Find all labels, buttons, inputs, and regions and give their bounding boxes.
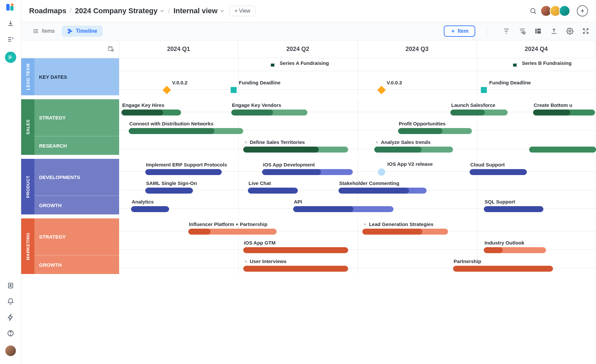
flag-icon[interactable] [269,62,278,72]
bar-label: Connect with Distribution Networks [129,121,213,126]
timeline-bar[interactable] [262,169,353,175]
timeline-bar[interactable] [243,266,348,272]
timeline-bar[interactable] [131,206,169,212]
swimlane-group-tab[interactable]: PRODUCT [21,159,34,214]
swimlane-group-tab[interactable]: LEAD TEAM [21,58,34,95]
milestone-label: V.0.0.2 [172,80,187,85]
timeline-bar[interactable] [231,110,308,115]
help-icon[interactable] [7,330,14,338]
milestone-label: V.0.0.3 [387,80,402,85]
swimlane-content: Engage Key HiresEngage Key VendorsLaunch… [119,99,596,155]
timeline-bar[interactable] [529,147,596,153]
contacts-icon[interactable] [7,282,14,291]
timeline-bar[interactable] [243,247,348,253]
timeline-bar[interactable] [145,188,193,194]
bar-label: Stakeholder Commenting [339,180,399,186]
svg-point-15 [569,30,571,32]
timeline-bar[interactable] [374,147,453,153]
roadmap-nav-icon[interactable] [5,52,16,63]
timeline-bar[interactable] [484,206,543,212]
timeline-bar[interactable] [188,229,277,235]
quarter-header: 2024 Q2 [238,40,357,58]
timeline-bar[interactable] [248,188,298,194]
link-filter-icon[interactable] [519,27,526,35]
bar-label: SQL Support [484,199,515,205]
timeline-bar[interactable] [243,147,348,153]
bar-label: Analyze Sales trends [375,139,431,146]
diamond-milestone[interactable] [162,86,171,94]
search-icon[interactable] [528,6,538,16]
bar-label: Implement ERP Support Protocols [146,162,227,167]
svg-rect-13 [537,29,541,31]
timeline-bar[interactable] [145,169,222,175]
breadcrumb-project[interactable]: 2024 Company Strategy [75,7,165,15]
svg-point-6 [34,31,34,31]
diamond-milestone[interactable] [377,86,386,94]
collaborator-avatars[interactable] [542,5,570,17]
avatar[interactable] [559,5,570,17]
subtask-icon [244,259,249,264]
bar-label: Lead Generation Strategies [363,221,434,228]
swimlane-group-tab[interactable]: MARKETING [21,218,34,274]
timeline-bar[interactable] [293,206,393,212]
swimlane-lead: LEAD TEAMKEY DATESSeries A FundraisingSe… [21,58,596,95]
add-view-button[interactable]: + View [229,6,255,16]
swimlane-lane-label[interactable]: GROWTH [34,255,119,274]
gear-icon[interactable] [566,27,573,35]
swimlane-group-tab[interactable]: SALES [21,99,34,155]
expand-icon[interactable] [582,27,589,35]
timeline-bar[interactable] [450,110,508,115]
swimlane-lane-label[interactable]: DEVELOPMENTS [34,159,119,196]
calendar-settings-icon[interactable] [108,45,114,53]
breadcrumb-root[interactable]: Roadmaps [29,7,66,15]
bar-label: Create Bottom u [534,102,573,108]
timeline-scroll[interactable]: 2024 Q12024 Q22024 Q32024 Q4 LEAD TEAMKE… [21,40,596,364]
svg-rect-12 [535,29,537,34]
svg-point-3 [10,335,11,335]
timeline-icon [67,28,73,34]
swimlane-content: Influencer Platform + PartnershipLead Ge… [119,218,596,274]
swimlane-product: PRODUCTDEVELOPMENTSGROWTHImplement ERP S… [21,159,596,214]
export-icon[interactable] [550,27,558,35]
timeline-bar[interactable] [453,266,553,272]
bar-label: iOS App GTM [244,240,276,246]
timeline-bar[interactable] [533,110,595,115]
swimlane-lane-label[interactable]: KEY DATES [34,58,119,95]
timeline-bar[interactable] [398,128,472,134]
timeline-bar[interactable] [121,110,181,115]
timeline-bar[interactable] [129,128,243,134]
bolt-icon[interactable] [7,314,14,322]
swimlane-lane-label[interactable]: STRATEGY [34,99,119,136]
timeline-bar[interactable] [339,188,427,194]
bar-label: SAML Single Sign-On [146,180,197,186]
add-collaborator-button[interactable] [577,5,588,17]
list-icon [33,28,39,34]
bar-label: Define Sales Territories [244,139,305,146]
download-icon[interactable] [7,20,14,28]
tab-timeline[interactable]: Timeline [62,25,103,37]
flag-icon[interactable] [511,62,520,72]
layout-icon[interactable] [534,27,542,35]
task-list-icon[interactable] [7,36,14,44]
bar-label: Engage Key Hires [122,102,164,108]
add-item-button[interactable]: Item [444,25,475,37]
milestone-dot[interactable] [378,168,385,176]
tab-items[interactable]: Items [28,25,60,37]
timeline-bar[interactable] [362,229,448,235]
current-user-avatar[interactable] [5,345,16,356]
bar-label: IOS App V2 release [388,161,433,167]
bell-icon[interactable] [7,298,14,306]
swimlane-lane-label[interactable]: STRATEGY [34,218,119,255]
breadcrumb-view[interactable]: Internal view [173,7,225,15]
milestone-label: Series A Fundraising [280,60,329,66]
square-milestone[interactable] [231,87,237,93]
timeline-bar[interactable] [484,247,546,253]
bar-label: Launch Salesforce [451,102,495,108]
square-milestone[interactable] [481,87,487,93]
swimlane-lane-label[interactable]: GROWTH [34,196,119,214]
swimlane-lane-label[interactable]: RESEARCH [34,136,119,155]
filter-icon[interactable] [503,27,510,35]
timeline-bar[interactable] [470,169,527,175]
bar-label: Industry Outlook [484,240,524,246]
plus-icon [450,28,456,34]
